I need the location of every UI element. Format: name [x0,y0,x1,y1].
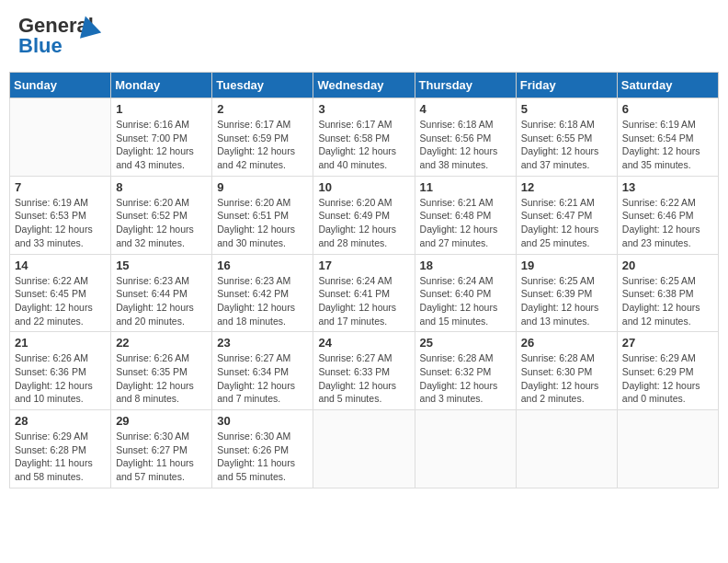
day-detail: Sunrise: 6:23 AM Sunset: 6:42 PM Dayligh… [217,274,308,328]
calendar-day-cell: 27Sunrise: 6:29 AM Sunset: 6:29 PM Dayli… [617,332,718,410]
day-number: 18 [420,259,511,272]
weekday-header: Wednesday [313,73,415,98]
day-number: 26 [521,336,612,350]
calendar-day-cell: 16Sunrise: 6:23 AM Sunset: 6:42 PM Dayli… [212,254,313,332]
day-detail: Sunrise: 6:28 AM Sunset: 6:30 PM Dayligh… [521,351,612,406]
day-detail: Sunrise: 6:18 AM Sunset: 6:55 PM Dayligh… [521,118,612,172]
calendar-day-cell: 8Sunrise: 6:20 AM Sunset: 6:52 PM Daylig… [111,176,212,254]
day-number: 15 [116,259,207,272]
calendar-day-cell: 10Sunrise: 6:20 AM Sunset: 6:49 PM Dayli… [313,176,415,254]
day-detail: Sunrise: 6:25 AM Sunset: 6:38 PM Dayligh… [622,274,713,328]
calendar-day-cell: 17Sunrise: 6:24 AM Sunset: 6:41 PM Dayli… [313,254,415,332]
day-number: 4 [420,102,511,116]
calendar-day-cell: 5Sunrise: 6:18 AM Sunset: 6:55 PM Daylig… [516,98,617,177]
weekday-header: Friday [516,73,617,98]
day-detail: Sunrise: 6:29 AM Sunset: 6:29 PM Dayligh… [622,351,713,406]
day-number: 24 [318,336,409,350]
day-number: 25 [420,336,511,350]
day-detail: Sunrise: 6:26 AM Sunset: 6:35 PM Dayligh… [116,351,207,406]
day-number: 6 [622,102,713,116]
calendar-week-row: 7Sunrise: 6:19 AM Sunset: 6:53 PM Daylig… [10,176,719,254]
calendar-day-cell [516,410,617,488]
day-number: 9 [217,180,308,194]
calendar-day-cell: 3Sunrise: 6:17 AM Sunset: 6:58 PM Daylig… [313,98,415,177]
day-number: 1 [116,102,207,116]
day-number: 17 [318,259,409,272]
calendar-day-cell [617,410,718,488]
calendar-day-cell: 6Sunrise: 6:19 AM Sunset: 6:54 PM Daylig… [617,98,718,177]
day-detail: Sunrise: 6:29 AM Sunset: 6:28 PM Dayligh… [15,430,106,484]
calendar-header-row: SundayMondayTuesdayWednesdayThursdayFrid… [10,73,719,98]
calendar-day-cell: 25Sunrise: 6:28 AM Sunset: 6:32 PM Dayli… [415,332,516,410]
day-number: 8 [116,180,207,194]
calendar-day-cell: 9Sunrise: 6:20 AM Sunset: 6:51 PM Daylig… [212,176,313,254]
day-detail: Sunrise: 6:25 AM Sunset: 6:39 PM Dayligh… [521,274,612,328]
day-detail: Sunrise: 6:26 AM Sunset: 6:36 PM Dayligh… [15,351,106,406]
logo: General Blue [18,14,101,60]
day-detail: Sunrise: 6:24 AM Sunset: 6:40 PM Dayligh… [420,274,511,328]
day-detail: Sunrise: 6:21 AM Sunset: 6:48 PM Dayligh… [420,196,511,250]
weekday-header: Thursday [415,73,516,98]
calendar-day-cell: 11Sunrise: 6:21 AM Sunset: 6:48 PM Dayli… [415,176,516,254]
calendar-day-cell: 18Sunrise: 6:24 AM Sunset: 6:40 PM Dayli… [415,254,516,332]
calendar-day-cell [313,410,415,488]
day-detail: Sunrise: 6:22 AM Sunset: 6:46 PM Dayligh… [622,196,713,250]
day-detail: Sunrise: 6:21 AM Sunset: 6:47 PM Dayligh… [521,196,612,250]
day-detail: Sunrise: 6:17 AM Sunset: 6:58 PM Dayligh… [318,118,409,172]
day-detail: Sunrise: 6:19 AM Sunset: 6:54 PM Dayligh… [622,118,713,172]
calendar-day-cell: 22Sunrise: 6:26 AM Sunset: 6:35 PM Dayli… [111,332,212,410]
day-detail: Sunrise: 6:18 AM Sunset: 6:56 PM Dayligh… [420,118,511,172]
day-number: 3 [318,102,409,116]
day-detail: Sunrise: 6:30 AM Sunset: 6:27 PM Dayligh… [116,430,207,484]
day-detail: Sunrise: 6:30 AM Sunset: 6:26 PM Dayligh… [217,430,308,484]
calendar-day-cell: 4Sunrise: 6:18 AM Sunset: 6:56 PM Daylig… [415,98,516,177]
day-number: 11 [420,180,511,194]
header: General Blue [9,9,719,64]
weekday-header: Sunday [10,73,111,98]
calendar-day-cell [10,98,111,177]
day-detail: Sunrise: 6:22 AM Sunset: 6:45 PM Dayligh… [15,274,106,328]
day-number: 16 [217,259,308,272]
day-number: 12 [521,180,612,194]
calendar-day-cell: 29Sunrise: 6:30 AM Sunset: 6:27 PM Dayli… [111,410,212,488]
calendar-day-cell: 28Sunrise: 6:29 AM Sunset: 6:28 PM Dayli… [10,410,111,488]
calendar-week-row: 28Sunrise: 6:29 AM Sunset: 6:28 PM Dayli… [10,410,719,488]
calendar-day-cell: 12Sunrise: 6:21 AM Sunset: 6:47 PM Dayli… [516,176,617,254]
calendar-day-cell [415,410,516,488]
calendar-week-row: 21Sunrise: 6:26 AM Sunset: 6:36 PM Dayli… [10,332,719,410]
day-detail: Sunrise: 6:16 AM Sunset: 7:00 PM Dayligh… [116,118,207,172]
weekday-header: Saturday [617,73,718,98]
calendar-day-cell: 2Sunrise: 6:17 AM Sunset: 6:59 PM Daylig… [212,98,313,177]
day-detail: Sunrise: 6:23 AM Sunset: 6:44 PM Dayligh… [116,274,207,328]
day-number: 2 [217,102,308,116]
day-number: 20 [622,259,713,272]
day-number: 7 [15,180,106,194]
day-detail: Sunrise: 6:20 AM Sunset: 6:51 PM Dayligh… [217,196,308,250]
day-number: 23 [217,336,308,350]
weekday-header: Tuesday [212,73,313,98]
day-detail: Sunrise: 6:17 AM Sunset: 6:59 PM Dayligh… [217,118,308,172]
calendar-day-cell: 19Sunrise: 6:25 AM Sunset: 6:39 PM Dayli… [516,254,617,332]
calendar-day-cell: 13Sunrise: 6:22 AM Sunset: 6:46 PM Dayli… [617,176,718,254]
day-detail: Sunrise: 6:27 AM Sunset: 6:34 PM Dayligh… [217,351,308,406]
day-number: 19 [521,259,612,272]
calendar-day-cell: 24Sunrise: 6:27 AM Sunset: 6:33 PM Dayli… [313,332,415,410]
day-number: 22 [116,336,207,350]
day-number: 14 [15,259,106,272]
calendar-week-row: 1Sunrise: 6:16 AM Sunset: 7:00 PM Daylig… [10,98,719,177]
calendar-week-row: 14Sunrise: 6:22 AM Sunset: 6:45 PM Dayli… [10,254,719,332]
day-number: 13 [622,180,713,194]
day-detail: Sunrise: 6:20 AM Sunset: 6:49 PM Dayligh… [318,196,409,250]
day-number: 30 [217,414,308,428]
day-detail: Sunrise: 6:28 AM Sunset: 6:32 PM Dayligh… [420,351,511,406]
day-number: 5 [521,102,612,116]
calendar-day-cell: 21Sunrise: 6:26 AM Sunset: 6:36 PM Dayli… [10,332,111,410]
logo-icon [75,14,101,40]
day-detail: Sunrise: 6:20 AM Sunset: 6:52 PM Dayligh… [116,196,207,250]
logo-blue: Blue [18,34,63,58]
calendar-day-cell: 26Sunrise: 6:28 AM Sunset: 6:30 PM Dayli… [516,332,617,410]
calendar-day-cell: 7Sunrise: 6:19 AM Sunset: 6:53 PM Daylig… [10,176,111,254]
day-number: 21 [15,336,106,350]
calendar-day-cell: 30Sunrise: 6:30 AM Sunset: 6:26 PM Dayli… [212,410,313,488]
day-number: 10 [318,180,409,194]
